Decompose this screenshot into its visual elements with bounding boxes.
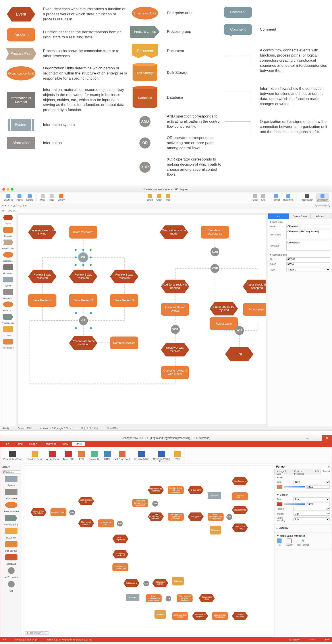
wn-xor2[interactable]: XOR	[117, 521, 123, 526]
advanced-tab[interactable]: Advanced	[311, 213, 332, 219]
win-canvas[interactable]: Visitor enters the website Logged in use…	[24, 466, 273, 636]
tab-info[interactable]: Info	[313, 469, 321, 474]
wn-sys2[interactable]: System	[126, 594, 140, 601]
pattern-select[interactable]: ────	[294, 507, 330, 511]
wlib-database[interactable]	[5, 554, 17, 560]
node-s3[interactable]: Store Review 3	[110, 294, 138, 307]
minimize-button[interactable]: ─	[303, 435, 312, 441]
keywords-field[interactable]: OR operator	[286, 241, 330, 250]
wlib-document[interactable]	[5, 528, 17, 534]
tab-format[interactable]: Format	[321, 469, 332, 474]
toolbar-library[interactable]: Library	[57, 194, 65, 202]
wn-datatyped2[interactable]: Data typed in	[124, 579, 140, 587]
menu-share[interactable]: Share	[72, 442, 85, 446]
wn-proof2[interactable]: Proof completion and correctness	[146, 594, 162, 602]
wn-sys1[interactable]: System	[208, 492, 221, 499]
wn-typelogin[interactable]: User types in login and password	[168, 513, 184, 521]
lib-information[interactable]	[3, 289, 13, 295]
wn-complete[interactable]: Complete logging in	[232, 492, 248, 500]
node-combine-evt[interactable]: Reviews are to be combined	[69, 336, 97, 350]
lib-system[interactable]	[3, 277, 13, 282]
ribbon-eps[interactable]: EPS	[77, 450, 86, 461]
wn-logged[interactable]: Logged in user?	[50, 508, 66, 516]
zoom-icon[interactable]	[11, 188, 13, 191]
border-type-select[interactable]: Line	[294, 498, 330, 501]
wn-ulogged2[interactable]: User logged in	[232, 477, 248, 485]
menu-shape[interactable]: Shape	[26, 442, 40, 446]
wn-useract[interactable]: User activates his account	[212, 612, 228, 620]
msa-border-button[interactable]: Border	[286, 538, 293, 546]
menu-view[interactable]: View	[59, 442, 71, 446]
node-r3[interactable]: Review 3 was received	[110, 270, 138, 283]
wn-sendact[interactable]: Send activation e-mail	[172, 612, 188, 620]
win-titlebar[interactable]: ConceptDraw PRO 11 - [Login and registra…	[0, 435, 332, 441]
lib-info-material[interactable]	[3, 264, 13, 270]
name-field[interactable]	[286, 224, 330, 228]
wn-acctact[interactable]: Account activated	[232, 612, 248, 620]
lib-function[interactable]	[3, 227, 13, 233]
wn-xor1[interactable]: XOR	[69, 510, 75, 516]
minimize-icon[interactable]	[7, 188, 9, 191]
node-reject[interactable]: Reject paper	[210, 317, 238, 330]
border-color-swatch[interactable]	[277, 502, 282, 506]
wn-ureg[interactable]: User is registered	[112, 534, 128, 543]
node-end[interactable]: End	[225, 347, 253, 361]
lib-process-path[interactable]	[3, 240, 13, 245]
msa-fill-button[interactable]: Fill	[277, 538, 282, 546]
close-icon[interactable]	[2, 188, 5, 191]
toolbar-snap[interactable]: Snap	[252, 194, 259, 202]
mac-canvas[interactable]: Reviewers are to be invited Invite revie…	[18, 215, 266, 424]
lib-document[interactable]	[3, 326, 13, 332]
wn-xor3[interactable]: XOR	[152, 501, 158, 506]
node-rx[interactable]: Review X was received	[161, 343, 189, 356]
toolbar-format[interactable]: Format	[272, 194, 281, 202]
ribbon-email[interactable]: Send via Email	[26, 450, 44, 461]
node-invite[interactable]: Invite reviewers	[69, 226, 97, 238]
wn-emailsent[interactable]: E-mail sent	[188, 486, 204, 494]
wn-writedone[interactable]: Data writing done	[199, 594, 215, 602]
ribbon-presentation[interactable]: Presentation Panel	[2, 450, 23, 461]
lib-org-unit[interactable]	[3, 252, 13, 258]
page-tab[interactable]: EPC flowchart (1/1)	[25, 631, 48, 635]
menu-document[interactable]: Document	[40, 442, 59, 446]
toolbar-pages[interactable]: Pages	[15, 194, 23, 202]
wlib-or[interactable]	[8, 581, 15, 588]
wlib-enterprise[interactable]	[5, 502, 17, 508]
wn-ulogged[interactable]: User is logged in	[78, 497, 94, 505]
wn-datatyped[interactable]: Data typed in	[188, 512, 204, 521]
node-s1[interactable]: Store Review 1	[28, 294, 56, 307]
panel-close-icon[interactable]: ✕	[328, 465, 330, 468]
toolbar-redo[interactable]: Redo	[48, 194, 55, 202]
wn-db1[interactable]: Database	[210, 526, 221, 534]
wlib-and[interactable]	[8, 567, 15, 574]
ribbon-vsdx[interactable]: MS Visio (VSDX)	[152, 450, 171, 461]
wlib-system[interactable]	[5, 476, 17, 482]
toolbar-layers[interactable]: Layers	[25, 194, 34, 202]
node-decide[interactable]: Decide on acceptance	[201, 226, 229, 238]
fill-opacity-slider[interactable]	[284, 486, 305, 488]
wn-xor4[interactable]: XOR	[226, 514, 232, 520]
weight-select[interactable]: 1 pt	[294, 512, 330, 516]
document-tab[interactable]: EPC di…	[6, 209, 19, 212]
wn-actsent[interactable]: Activation e-mail sent	[192, 612, 208, 620]
node-r2[interactable]: Review 2 was received	[69, 270, 97, 283]
toolbar-smart[interactable]: Smart	[146, 194, 154, 202]
wn-xor5[interactable]: XOR	[144, 580, 149, 586]
toolbar-grid[interactable]: Grid	[260, 194, 266, 202]
node-r1[interactable]: Review 1 was received	[28, 270, 56, 283]
node-combine-x[interactable]: Combine review X with others	[161, 366, 189, 379]
lib-enterprise[interactable]	[3, 302, 13, 307]
node-invite-add[interactable]: Invite additional reviewer	[161, 303, 189, 316]
fill-color-swatch[interactable]	[277, 485, 282, 488]
wlib-disk-storage[interactable]	[5, 541, 17, 547]
wn-proof[interactable]: Proof completion and correctness	[208, 513, 224, 521]
wn-unotlogged[interactable]: User is not logged in	[78, 519, 94, 528]
toolbar-solutions[interactable]: Solutions	[3, 194, 14, 202]
ribbon-flash[interactable]: Adobe Flash	[45, 450, 60, 461]
menu-file[interactable]: File	[1, 442, 12, 446]
node-combine[interactable]: Combine reviews	[110, 336, 138, 350]
fill-type-select[interactable]: Solid	[294, 480, 330, 484]
toolbar-presentation[interactable]: Presentation	[300, 194, 314, 202]
wn-sendemail[interactable]: Send an e-mail with new password	[168, 486, 184, 494]
toolbar-information[interactable]: Information	[316, 194, 329, 202]
